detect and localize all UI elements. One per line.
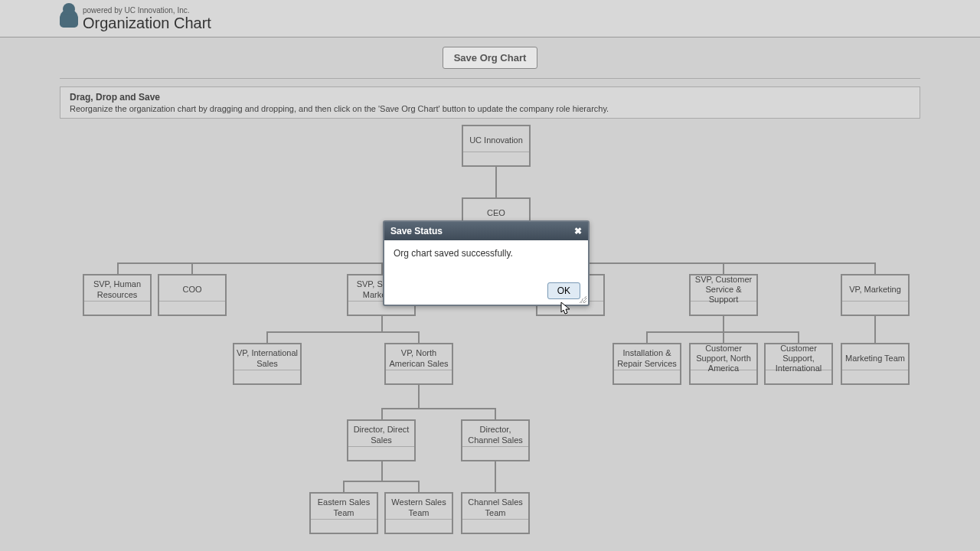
connector	[266, 331, 420, 333]
node-marketing-team[interactable]: Marketing Team	[841, 343, 910, 385]
node-director-direct-sales[interactable]: Director, Direct Sales	[347, 419, 416, 461]
connector	[381, 316, 383, 331]
connector	[495, 461, 496, 492]
org-chart-canvas[interactable]: UC Innovation CEO SVP, Human Resources C…	[60, 125, 920, 538]
dialog-ok-button[interactable]: OK	[547, 282, 580, 299]
instruction-body: Reorganize the organization chart by dra…	[70, 104, 609, 113]
connector	[191, 262, 193, 274]
powered-by-label: powered by UC Innovation, Inc.	[83, 6, 971, 15]
connector	[381, 408, 383, 419]
node-svp-customer-service[interactable]: SVP, Customer Service & Support	[689, 274, 758, 316]
instruction-panel: Drag, Drop and Save Reorganize the organ…	[60, 86, 920, 119]
dialog-title: Save Status	[390, 226, 443, 236]
dialog-resize-handle[interactable]	[579, 295, 586, 303]
connector	[266, 331, 268, 343]
connector	[874, 316, 876, 343]
connector	[418, 481, 420, 492]
avatar-icon	[60, 9, 78, 28]
instruction-title: Drag, Drop and Save	[70, 92, 910, 103]
toolbar: Save Org Chart	[60, 37, 920, 79]
node-install-repair[interactable]: Installation & Repair Services	[612, 343, 681, 385]
node-cust-support-na[interactable]: Customer Support, North America	[689, 343, 758, 385]
connector	[723, 262, 724, 274]
connector	[343, 481, 345, 492]
node-western-sales[interactable]: Western Sales Team	[384, 492, 453, 534]
node-cust-support-intl[interactable]: Customer Support, International	[764, 343, 833, 385]
node-director-channel-sales[interactable]: Director, Channel Sales	[461, 419, 530, 461]
connector	[495, 408, 496, 419]
connector	[646, 331, 648, 343]
connector	[418, 385, 420, 408]
page-header: powered by UC Innovation, Inc. Organizat…	[0, 0, 980, 37]
connector	[117, 262, 119, 274]
connector	[495, 167, 497, 197]
connector	[381, 408, 496, 409]
page-title: Organization Chart	[83, 15, 971, 32]
node-svp-hr[interactable]: SVP, Human Resources	[83, 274, 152, 316]
connector	[381, 461, 383, 481]
node-channel-sales-team[interactable]: Channel Sales Team	[461, 492, 530, 534]
node-vp-na-sales[interactable]: VP, North American Sales	[384, 343, 453, 385]
node-uc-innovation[interactable]: UC Innovation	[462, 125, 531, 167]
save-org-chart-button[interactable]: Save Org Chart	[443, 47, 538, 69]
connector	[343, 481, 420, 482]
connector	[723, 331, 724, 343]
connector	[798, 331, 799, 343]
node-eastern-sales[interactable]: Eastern Sales Team	[309, 492, 378, 534]
dialog-close-icon[interactable]: ✖	[574, 226, 582, 236]
node-vp-intl-sales[interactable]: VP, International Sales	[233, 343, 302, 385]
node-coo[interactable]: COO	[158, 274, 227, 316]
connector	[874, 262, 876, 274]
connector	[418, 331, 420, 343]
connector	[723, 316, 724, 331]
dialog-message: Org chart saved successfully.	[384, 240, 588, 279]
node-vp-marketing[interactable]: VP, Marketing	[841, 274, 910, 316]
dialog-titlebar[interactable]: Save Status ✖	[384, 222, 588, 240]
save-status-dialog: Save Status ✖ Org chart saved successful…	[383, 220, 590, 306]
